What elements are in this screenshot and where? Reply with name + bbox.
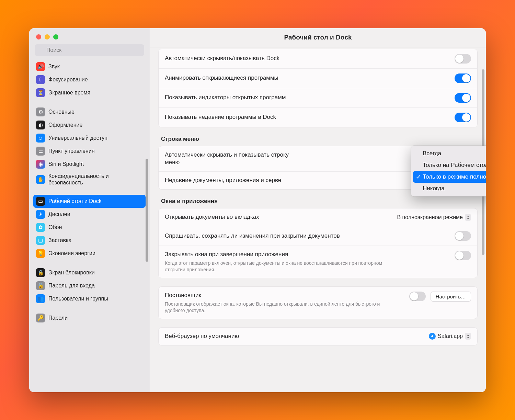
toggle-show-indicators[interactable] [455,93,471,103]
dropdown-item-never[interactable]: Никогда [413,183,486,194]
section-title-windows: Окна и приложения [158,198,478,208]
dropdown-item-label: Никогда [423,185,445,192]
sidebar-item-login-password[interactable]: 🔓Пароль для входа [33,279,146,292]
page-title: Рабочий стол и Dock [150,28,486,47]
row-default-browser: Веб-браузер по умолчанию Safari.app ▴▾ [159,328,477,345]
sidebar-item-users-groups[interactable]: 👥Пользователи и группы [33,292,146,305]
dropdown-item-label: Только на Рабочем столе [423,162,486,169]
toggle-stage-manager[interactable] [409,292,426,301]
sidebar-item-label: Экран блокировки [48,270,95,276]
sidebar-item-screentime[interactable]: ⏳Экранное время [33,86,146,99]
toggle-close-quit[interactable] [455,251,471,260]
lock-icon: 🔒 [36,268,45,277]
sidebar-item-screensaver[interactable]: ▢Заставка [33,234,146,247]
windows-card: Открывать документы во вкладках В полноэ… [158,208,478,278]
dock-icon: ▭ [36,197,45,206]
section-title-menubar: Строка меню [158,136,478,146]
sidebar-item-wallpaper[interactable]: ✿Обои [33,221,146,234]
brightness-icon: ☀ [36,210,45,219]
row-label: Анимировать открывающиеся программы [165,74,450,82]
sidebar-item-displays[interactable]: ☀Дисплеи [33,208,146,221]
sidebar-item-general[interactable]: ⚙Основные [33,105,146,118]
select-value: Safari.app [438,333,463,339]
dropdown-item-fullscreen-only[interactable]: Только в режиме полного экрана [413,171,486,183]
sound-icon: 🔊 [36,62,45,71]
row-sublabel: Когда этот параметр включен, открытые до… [165,260,385,273]
sidebar-item-sound[interactable]: 🔊Звук [33,60,146,73]
hand-icon: ✋ [36,175,45,184]
row-label: Автоматически скрывать/показывать Dock [165,55,450,63]
section-windows: Окна и приложения Открывать документы во… [158,198,478,278]
dropdown-item-always[interactable]: Всегда [413,148,486,159]
toggle-show-recent[interactable] [455,113,471,122]
sidebar-scrollbar[interactable] [146,159,148,262]
sidebar-item-lockscreen[interactable]: 🔒Экран блокировки [33,266,146,279]
row-open-tabs: Открывать документы во вкладках В полноэ… [159,208,477,226]
sidebar-item-label: Основные [48,109,75,115]
bulb-icon: 💡 [36,249,45,258]
row-label: Показывать индикаторы открытых программ [165,94,450,102]
sidebar-item-desktop-dock[interactable]: ▭Рабочий стол и Dock [33,195,146,208]
row-label: Автоматически скрывать и показывать стро… [165,151,302,167]
row-stage-manager: Постановщик Постановщик отображает окна,… [159,287,477,319]
safari-icon [429,333,436,340]
sidebar-item-appearance[interactable]: ◐Оформление [33,118,146,132]
sidebar-item-label: Звук [48,64,60,70]
content-scroll[interactable]: Автоматически скрывать/показывать Dock А… [150,47,486,392]
gear-icon: ⚙ [36,107,45,116]
dock-card: Автоматически скрывать/показывать Dock А… [158,49,478,127]
sidebar-item-focus[interactable]: ☾Фокусирование [33,73,146,86]
row-close-quit: Закрывать окна при завершении приложения… [159,246,477,278]
row-label: Спрашивать, сохранять ли изменения при з… [165,232,450,240]
sidebar-item-label: Пароль для входа [48,283,95,289]
moon-icon: ☾ [36,75,45,84]
sidebar-item-passwords[interactable]: 🔑Пароли [33,311,146,325]
search-input[interactable] [35,44,144,56]
main-panel: Рабочий стол и Dock Автоматически скрыва… [150,28,486,392]
users-icon: 👥 [36,294,45,303]
row-autohide-dock: Автоматически скрывать/показывать Dock [159,49,477,69]
sidebar-item-privacy[interactable]: ✋Конфиденциальность и безопасность [33,171,146,189]
configure-button[interactable]: Настроить… [431,292,471,302]
sidebar-item-energy[interactable]: 💡Экономия энергии [33,247,146,260]
section-stage: Постановщик Постановщик отображает окна,… [158,286,478,319]
sidebar-item-label: Пункт управления [48,148,95,154]
flower-icon: ✿ [36,223,45,232]
sidebar-item-label: Пользователи и группы [48,296,108,302]
toggle-autohide-dock[interactable] [455,54,471,64]
row-label: Закрывать окна при завершении приложения [165,251,450,259]
row-label: Открывать документы во вкладках [165,213,392,221]
select-default-browser[interactable]: Safari.app ▴▾ [429,333,471,340]
dropdown-item-label: Всегда [423,150,441,157]
sidebar-item-control-center[interactable]: ⚌Пункт управления [33,145,146,158]
chevron-updown-icon: ▴▾ [465,333,471,340]
minimize-button[interactable] [45,34,50,39]
row-ask-save: Спрашивать, сохранять ли изменения при з… [159,226,477,246]
row-show-indicators: Показывать индикаторы открытых программ [159,88,477,108]
sidebar-item-label: Оформление [48,122,82,128]
padlock-icon: 🔓 [36,281,45,290]
accessibility-icon: ☺ [36,134,45,143]
sidebar-item-label: Экономия энергии [48,250,95,257]
close-button[interactable] [36,34,41,39]
siri-icon: ◉ [36,160,45,169]
toggle-animate-apps[interactable] [455,73,471,83]
sidebar-item-accessibility[interactable]: ☺Универсальный доступ [33,132,146,145]
section-browser: Веб-браузер по умолчанию Safari.app ▴▾ [158,327,478,345]
row-label: Показывать недавние программы в Dock [165,113,450,121]
window-controls [29,28,150,44]
fullscreen-button[interactable] [53,34,58,39]
sidebar-item-label: Фокусирование [48,77,88,83]
select-value: В полноэкранном режиме [397,214,463,220]
toggle-ask-save[interactable] [455,231,471,241]
sidebar-list[interactable]: 🔊Звук ☾Фокусирование ⏳Экранное время ⚙Ос… [29,59,150,392]
dropdown-item-desktop-only[interactable]: Только на Рабочем столе [413,159,486,171]
row-sublabel: Постановщик отображает окна, которые Вы … [165,301,385,314]
browser-card: Веб-браузер по умолчанию Safari.app ▴▾ [158,327,478,345]
check-icon [416,174,421,179]
select-open-tabs[interactable]: В полноэкранном режиме ▴▾ [397,214,471,221]
sidebar-item-siri[interactable]: ◉Siri и Spotlight [33,158,146,171]
sidebar-item-label: Рабочий стол и Dock [48,198,102,204]
contrast-icon: ◐ [36,121,45,129]
sliders-icon: ⚌ [36,147,45,156]
